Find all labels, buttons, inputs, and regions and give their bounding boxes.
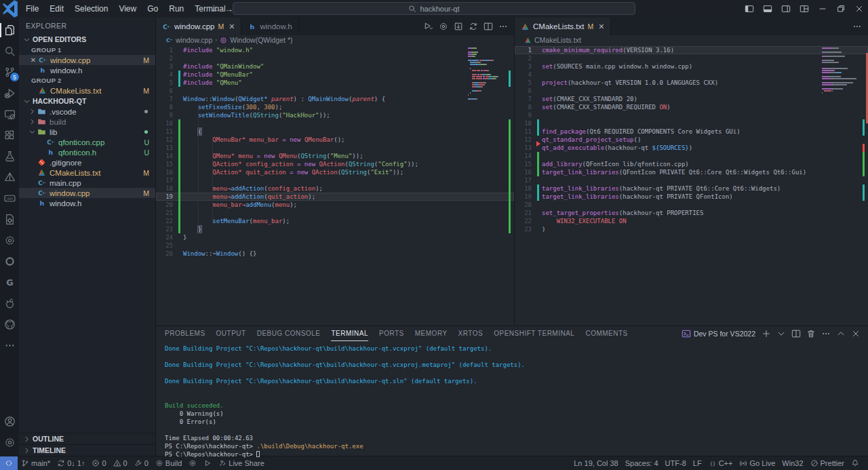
- panel-tab-problems[interactable]: PROBLEMS: [165, 326, 205, 341]
- indentation[interactable]: Spaces: 4: [622, 456, 662, 470]
- code-editor[interactable]: 1#include "window.h"23#include "QMainWin…: [156, 45, 514, 326]
- open-editor-item[interactable]: hwindow.h: [19, 65, 155, 75]
- folder-item-.vscode[interactable]: .vscode: [19, 106, 155, 117]
- panel-tab-debug-console[interactable]: DEBUG CONSOLE: [257, 326, 321, 341]
- minimap[interactable]: [468, 47, 506, 100]
- go-live[interactable]: Go Live: [736, 456, 778, 470]
- cmake-build[interactable]: Build: [152, 456, 185, 470]
- more-icon[interactable]: [850, 20, 864, 33]
- file-item-.gitignore[interactable]: .gitignore: [19, 157, 155, 168]
- close-icon[interactable]: ✕: [28, 56, 38, 64]
- back-arrow-icon[interactable]: ←: [210, 4, 219, 14]
- search-icon[interactable]: [0, 41, 19, 62]
- file-item-CMakeLists.txt[interactable]: CMakeLists.txtM: [19, 168, 155, 178]
- panel-tab-xrtos[interactable]: XRTOS: [458, 326, 484, 341]
- window-restore-icon[interactable]: [831, 0, 850, 18]
- more-icon[interactable]: [0, 335, 19, 356]
- split-icon[interactable]: [481, 20, 495, 33]
- cursor-position[interactable]: Ln 19, Col 38: [570, 456, 621, 470]
- prettier[interactable]: Prettier: [807, 456, 848, 470]
- gitlens-icon[interactable]: G: [0, 272, 19, 293]
- file-item-qfonticon.h[interactable]: hqfonticon.hU: [19, 147, 155, 157]
- panel-trash-icon[interactable]: [804, 327, 818, 340]
- outline-section[interactable]: OUTLINE: [19, 433, 155, 444]
- export-icon[interactable]: [452, 20, 465, 33]
- layout-sidebar-icon[interactable]: [740, 0, 758, 18]
- run-icon[interactable]: [422, 20, 435, 33]
- language-mode[interactable]: {}C++: [705, 456, 736, 470]
- minimap[interactable]: [822, 47, 860, 94]
- account-icon[interactable]: [0, 411, 19, 432]
- panel-chevron-down-icon[interactable]: [774, 327, 788, 340]
- extensions-icon[interactable]: [0, 125, 19, 146]
- panel-tab-terminal[interactable]: TERMINAL: [331, 326, 368, 341]
- panel-chevron-up-icon[interactable]: [834, 327, 848, 340]
- panel-plus-icon[interactable]: [760, 327, 773, 340]
- overview-ruler[interactable]: [860, 45, 868, 326]
- tab-CMakeLists.txt[interactable]: CMakeLists.txtM✕: [515, 18, 611, 35]
- breadcrumb-item[interactable]: C++window.cpp: [165, 36, 212, 44]
- folder-item-lib[interactable]: lib: [19, 127, 155, 137]
- menu-go[interactable]: Go: [142, 0, 163, 18]
- eol[interactable]: LF: [690, 456, 705, 470]
- layout-sidebar-right-icon[interactable]: [776, 0, 795, 18]
- warnings[interactable]: 0: [110, 456, 131, 470]
- close-icon[interactable]: ✕: [598, 22, 604, 31]
- tab-window.h[interactable]: hwindow.h: [241, 18, 298, 35]
- pyramid-icon[interactable]: [0, 167, 19, 188]
- panel-tab-output[interactable]: OUTPUT: [216, 326, 246, 341]
- source-control-icon[interactable]: 5: [0, 62, 19, 83]
- cmake-target[interactable]: [185, 456, 200, 470]
- panel-split-icon[interactable]: [789, 327, 803, 340]
- remote-explorer-icon[interactable]: [0, 104, 19, 125]
- remote-indicator[interactable]: [0, 456, 18, 470]
- open-editors-section[interactable]: OPEN EDITORS: [19, 34, 155, 45]
- search-box[interactable]: hackhour-qt: [233, 2, 635, 15]
- panel-more-icon[interactable]: [819, 327, 833, 340]
- menu-file[interactable]: File: [20, 0, 44, 18]
- panel-tab-openshift-terminal[interactable]: OPENSHIFT TERMINAL: [494, 326, 574, 341]
- panel-tab-memory[interactable]: MEMORY: [415, 326, 448, 341]
- file-item-qfonticon.cpp[interactable]: C++qfonticon.cppU: [19, 137, 155, 147]
- explorer-icon[interactable]: [0, 20, 19, 41]
- folder-item-build[interactable]: build: [19, 117, 155, 127]
- menu-view[interactable]: View: [113, 0, 142, 18]
- tab-window.cpp[interactable]: C++window.cppM✕: [156, 18, 241, 35]
- git-branch[interactable]: main*: [18, 456, 54, 470]
- api-icon[interactable]: /API: [0, 188, 19, 209]
- layout-custom-icon[interactable]: [795, 0, 813, 18]
- window-minimize-icon[interactable]: [813, 0, 831, 18]
- breadcrumb-item[interactable]: Window(QWidget *): [220, 36, 292, 44]
- overview-ruler[interactable]: [506, 45, 514, 326]
- more-icon[interactable]: [496, 20, 510, 33]
- timeline-section[interactable]: TIMELINE: [19, 444, 155, 456]
- cmake-launch[interactable]: [200, 456, 215, 470]
- panel-tab-ports[interactable]: PORTS: [379, 326, 404, 341]
- code-editor[interactable]: 1cmake_minimum_required(VERSION 3.16)23s…: [515, 45, 868, 326]
- build-issues[interactable]: 0: [131, 456, 152, 470]
- notifications[interactable]: [848, 456, 863, 470]
- open-editor-item[interactable]: CMakeLists.txtM: [19, 85, 155, 96]
- testing-icon[interactable]: [0, 146, 19, 167]
- git-sync[interactable]: 0↓ 1↑: [54, 456, 88, 470]
- platform[interactable]: Win32: [778, 456, 806, 470]
- gear-icon[interactable]: [437, 20, 450, 33]
- github-icon[interactable]: [0, 314, 19, 335]
- ring-icon[interactable]: [0, 251, 19, 272]
- live-share[interactable]: Live Share: [215, 456, 268, 470]
- open-editor-item[interactable]: ✕C++window.cppM: [19, 55, 155, 65]
- menu-edit[interactable]: Edit: [44, 0, 69, 18]
- workspace-section[interactable]: HACKHOUR-QT: [19, 96, 155, 106]
- file-item-window.h[interactable]: hwindow.h: [19, 198, 155, 208]
- errors[interactable]: 0: [88, 456, 109, 470]
- file-item-window.cpp[interactable]: C++window.cppM: [19, 188, 155, 198]
- breadcrumb-item[interactable]: CMakeLists.txt: [524, 36, 581, 44]
- cmake-tools-icon[interactable]: [0, 209, 19, 230]
- file-item-main.cpp[interactable]: C++main.cpp: [19, 178, 155, 188]
- run-debug-icon[interactable]: [0, 83, 19, 104]
- settings-icon[interactable]: [0, 432, 19, 453]
- panel-tab-comments[interactable]: COMMENTS: [585, 326, 627, 341]
- refresh-icon[interactable]: [467, 20, 480, 33]
- close-icon[interactable]: ✕: [229, 22, 235, 31]
- terminal-profile[interactable]: Dev PS for VS2022: [682, 329, 755, 338]
